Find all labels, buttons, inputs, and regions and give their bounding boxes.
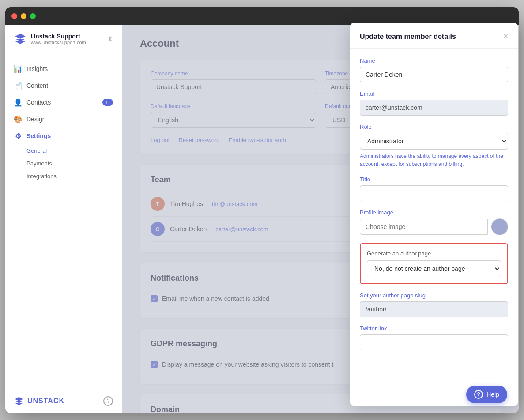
twitter-field-label: Twitter link — [360, 325, 508, 332]
sidebar-item-design[interactable]: 🎨 Design — [5, 111, 122, 128]
email-field[interactable] — [360, 100, 508, 116]
profile-image-group: Profile image — [360, 209, 508, 235]
sidebar-item-label: Design — [26, 116, 46, 123]
twitter-field[interactable] — [360, 334, 508, 350]
modal-body: Name Email Role Administrator Member Vie… — [350, 49, 518, 406]
help-button-label: Help — [486, 391, 499, 398]
author-page-section: Generate an author page No, do not creat… — [360, 243, 508, 284]
insights-icon: 📊 — [14, 65, 22, 73]
subnav-item-integrations[interactable]: Integrations — [26, 170, 122, 183]
twitter-field-group: Twitter link — [360, 325, 508, 350]
brand-name: Unstack Support — [31, 33, 86, 40]
unstack-logo-icon — [14, 396, 24, 406]
design-icon: 🎨 — [14, 115, 22, 123]
role-field-group: Role Administrator Member Viewer Adminis… — [360, 124, 508, 168]
role-select[interactable]: Administrator Member Viewer — [360, 133, 508, 150]
traffic-lights — [11, 13, 36, 19]
minimize-button[interactable] — [21, 13, 26, 19]
title-field[interactable] — [360, 185, 508, 201]
sidebar-item-label: Settings — [26, 132, 51, 139]
sidebar-header: Unstack Support www.unstacksupport.com ⇕ — [5, 25, 122, 53]
name-field-group: Name — [360, 57, 508, 82]
subnav: General Payments Integrations — [5, 144, 122, 183]
sidebar-item-settings[interactable]: ⚙ Settings — [5, 128, 122, 144]
modal-header: Update team member details × — [350, 25, 518, 49]
sidebar-item-insights[interactable]: 📊 Insights — [5, 60, 122, 77]
slug-field[interactable] — [360, 301, 508, 317]
subnav-item-payments[interactable]: Payments — [26, 157, 122, 170]
update-team-member-modal: Update team member details × Name Email … — [350, 25, 518, 406]
author-page-select[interactable]: No, do not create an author page Yes, cr… — [367, 260, 501, 277]
role-hint: Administrators have the ability to manag… — [360, 152, 508, 168]
sidebar-footer: UNSTACK ? — [5, 389, 122, 413]
help-button[interactable]: ? Help — [466, 386, 507, 403]
brand-icon — [14, 33, 26, 45]
sidebar-item-label: Insights — [26, 65, 48, 72]
footer-logo: UNSTACK — [14, 396, 64, 406]
slug-field-group: Set your author page slug — [360, 292, 508, 317]
content-icon: 📄 — [14, 82, 22, 90]
modal-close-button[interactable]: × — [503, 32, 508, 41]
modal-title: Update team member details — [360, 33, 456, 41]
title-field-group: Title — [360, 176, 508, 201]
email-field-group: Email — [360, 90, 508, 116]
sidebar-item-label: Content — [26, 82, 48, 89]
sidebar-item-contacts[interactable]: 👤 Contacts 11 — [5, 94, 122, 111]
brand-url: www.unstacksupport.com — [31, 40, 86, 45]
email-field-label: Email — [360, 90, 508, 97]
name-field[interactable] — [360, 67, 508, 82]
sidebar-brand: Unstack Support www.unstacksupport.com — [14, 33, 86, 45]
help-button-icon: ? — [474, 390, 483, 399]
maximize-button[interactable] — [30, 13, 36, 19]
title-field-label: Title — [360, 176, 508, 183]
name-field-label: Name — [360, 57, 508, 64]
brand-text: Unstack Support www.unstacksupport.com — [31, 33, 86, 45]
choose-image-input[interactable] — [360, 219, 488, 235]
sidebar: Unstack Support www.unstacksupport.com ⇕… — [5, 25, 122, 413]
slug-field-label: Set your author page slug — [360, 292, 508, 299]
app-body: Unstack Support www.unstacksupport.com ⇕… — [5, 25, 519, 413]
author-page-label: Generate an author page — [367, 250, 501, 257]
sidebar-item-content[interactable]: 📄 Content — [5, 77, 122, 94]
switcher-icon[interactable]: ⇕ — [107, 35, 113, 43]
app-window: Unstack Support www.unstacksupport.com ⇕… — [5, 7, 519, 413]
subnav-item-general[interactable]: General — [26, 144, 122, 157]
profile-image-preview — [491, 218, 508, 235]
settings-icon: ⚙ — [14, 132, 22, 140]
sidebar-nav: 📊 Insights 📄 Content 👤 Contacts 11 🎨 Des… — [5, 53, 122, 389]
contacts-badge: 11 — [102, 99, 113, 106]
sidebar-item-label: Contacts — [26, 99, 51, 106]
role-field-label: Role — [360, 124, 508, 130]
close-button[interactable] — [11, 13, 17, 19]
titlebar — [5, 7, 519, 25]
profile-image-row — [360, 218, 508, 235]
profile-image-label: Profile image — [360, 209, 508, 216]
contacts-icon: 👤 — [14, 98, 22, 106]
footer-logo-text: UNSTACK — [27, 397, 64, 405]
help-circle-icon[interactable]: ? — [103, 396, 113, 406]
